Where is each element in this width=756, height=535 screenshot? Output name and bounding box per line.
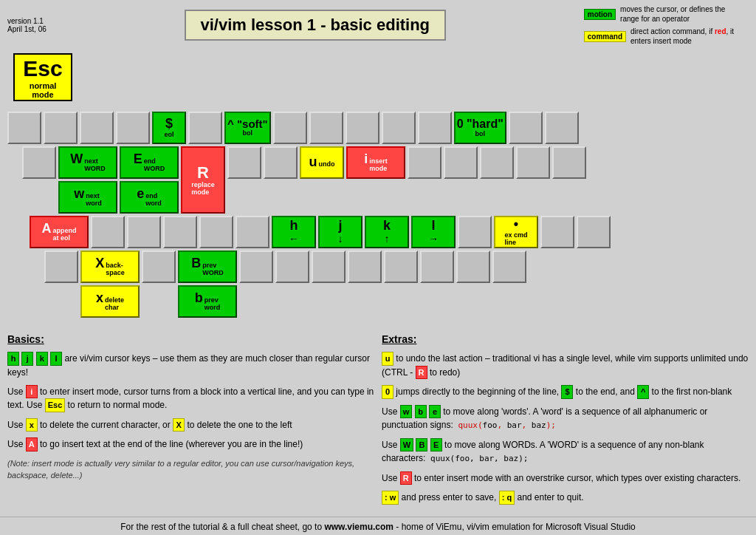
R-inline: R [416,366,427,380]
l-inline: l [50,352,62,366]
spacer [480,146,514,179]
key-row-3: A appendat eol h ← j ↓ k [30,216,749,248]
spacer [509,112,543,144]
spacer [127,216,161,248]
extras-p5: Use R to enter insert mode with an overs… [382,471,749,485]
esc-label: Esc [23,56,62,81]
X-key[interactable]: X back-space [80,251,140,283]
i-key[interactable]: i insertmode [346,146,405,179]
spacer [80,112,114,144]
esc-area: Esc normalmode [13,53,749,107]
spacer [418,112,452,144]
b-inline: b [415,405,427,419]
j-key[interactable]: j ↓ [318,216,362,248]
h-key[interactable]: h ← [272,216,316,248]
B-inline: B [416,438,427,452]
R-key[interactable]: R replacemode [181,146,225,214]
zero-key[interactable]: 0 "hard" bol [454,112,506,144]
colon-key[interactable]: • ex cmdline [494,216,538,248]
spacer [492,251,526,283]
A-inline: A [26,437,38,451]
version-label: version 1.1 [7,17,47,25]
basics-p1: h j k l are vi/vim cursor keys – use the… [7,352,374,379]
B-key[interactable]: B prevWORD [178,251,237,283]
u-key[interactable]: u undo [300,146,344,179]
extras-title: Extras: [382,332,749,347]
esc-sublabel: normalmode [30,81,57,99]
spacer [346,112,379,144]
spacer [44,251,78,283]
spacer [264,146,298,179]
motion-legend: motion moves the cursor, or defines the … [584,4,749,24]
spacer [22,146,56,179]
main-title: vi/vim lesson 1 - basic editing [185,10,447,41]
extras-p3: Use w b e to move along 'words'. A 'word… [382,405,749,432]
spacer [7,112,41,144]
x-key[interactable]: x deletechar [80,285,140,318]
header: version 1.1 April 1st, 06 vi/vim lesson … [0,0,756,50]
spacer [420,251,454,283]
date-label: April 1st, 06 [7,25,47,33]
W-inline: W [400,438,413,452]
w-key[interactable]: w nextword [58,181,117,214]
spacer [275,251,309,283]
esc-key[interactable]: Esc normalmode [13,53,72,101]
e-key[interactable]: e endword [120,181,179,214]
basics-p3: Use x to delete the current character, o… [7,418,374,432]
content-section: Basics: h j k l are vi/vim cursor keys –… [0,326,756,517]
W-key[interactable]: W nextWORD [58,146,117,179]
basics-note: (Note: insert mode is actually very simi… [7,457,374,482]
spacer [577,216,611,248]
spacer [199,216,233,248]
b-key[interactable]: b prevword [178,285,237,318]
keyboard-section: Esc normalmode $ eol ^ "soft" bol [0,50,756,326]
w-inline: w [400,405,413,419]
legend: motion moves the cursor, or defines the … [584,4,749,46]
spacer [540,216,574,248]
spacer [382,112,416,144]
A-key[interactable]: A appendat eol [30,216,89,248]
caret-inline: ^ [637,385,649,399]
k-inline: k [36,352,48,366]
key-row-4: X back-space x deletechar [44,251,749,318]
spacer [456,251,490,283]
version-info: version 1.1 April 1st, 06 [7,17,47,33]
E-key[interactable]: E endWORD [120,146,179,179]
command-badge: command [584,31,626,42]
h-inline: h [7,352,19,366]
extras-p2: 0 jumps directly to the beginning of the… [382,385,749,399]
footer-text: For the rest of the tutorial & a full ch… [120,522,635,532]
code-word2: quux(foo, bar, baz); [430,454,528,463]
command-desc: direct action command, if red, it enters… [630,27,749,46]
spacer [348,251,382,283]
spacer [142,251,176,283]
E-inline: E [430,438,442,452]
k-key[interactable]: k ↑ [365,216,409,248]
basics-title: Basics: [7,332,374,347]
motion-desc: moves the cursor, or defines the range f… [620,4,738,24]
code-word: quux(foo, bar, baz); [458,420,556,430]
R-inline2: R [400,471,412,485]
spacer [273,112,307,144]
command-legend: command direct action command, if red, i… [584,27,749,46]
spacer [408,146,441,179]
key-row-1: $ eol ^ "soft" bol 0 "hard" bol [7,112,749,144]
spacer [545,112,579,144]
basics-section: Basics: h j k l are vi/vim cursor keys –… [7,332,374,511]
b-stack: B prevWORD b prevword [178,251,237,318]
X-inline: X [173,418,185,432]
key-row-2: W nextWORD w nextword E [22,146,749,214]
l-key[interactable]: l → [411,216,456,248]
colon-q-inline: : q [499,491,515,505]
extras-p6: : w and press enter to save, : q and ent… [382,491,749,505]
spacer [44,112,78,144]
spacer [91,216,125,248]
caret-key[interactable]: ^ "soft" bol [224,112,271,144]
dollar-key[interactable]: $ eol [152,112,186,144]
dollar-inline: $ [561,385,573,399]
spacer [312,251,346,283]
i-inline: i [26,385,38,399]
extras-p1: u to undo the last action – traditional … [382,352,749,379]
spacer [444,146,478,179]
spacer [552,146,586,179]
